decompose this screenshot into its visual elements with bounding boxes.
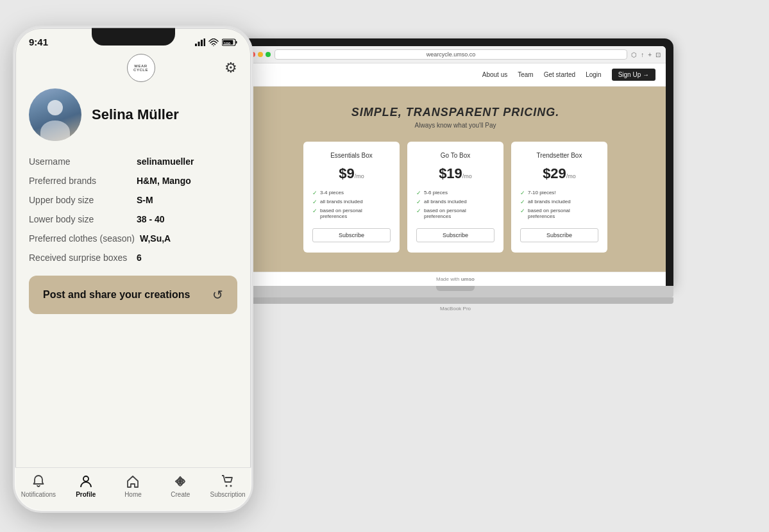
nav-item-subscription[interactable]: Subscription [208,474,247,498]
svg-text:100: 100 [224,41,231,45]
boxes-value: 6 [137,253,142,263]
feature-item: ✓7-10 pieces! [520,190,598,196]
url-bar[interactable]: wearcycle.umso.co [275,49,627,60]
cta-text: Post and share your creations [43,289,190,301]
svg-point-9 [83,476,89,481]
feature-item: ✓all brands included [520,199,598,205]
pricing-subheading: Always know what you'll Pay [258,122,653,129]
status-icons: 100 [195,38,237,46]
nav-item-create[interactable]: Create [161,474,199,498]
nav-about[interactable]: About us [482,71,507,78]
person-icon [79,474,93,488]
feature-item: ✓based on personal preferences [312,208,391,219]
nav-team[interactable]: Team [518,71,533,78]
nav-item-notifications[interactable]: Notifications [19,474,58,498]
subscribe-button-essentials[interactable]: Subscribe [312,228,391,242]
card-title-essentials: Essentials Box [312,152,391,159]
create-icon [173,474,187,488]
card-price-goto: $19/mo [416,165,494,182]
feature-item: ✓all brands included [416,199,494,205]
pricing-cards: Essentials Box $9/mo ✓3-4 pieces ✓all br… [258,142,653,253]
bell-icon [31,474,46,488]
username-row: Username selinamueller [29,156,237,167]
logo-text: WEARCYCLE [133,64,148,72]
svg-point-11 [226,485,228,487]
season-value: W,Su,A [140,233,171,244]
svg-point-4 [213,45,214,46]
phone: 9:41 100 [13,26,253,513]
feature-item: ✓5-6 pieces [416,190,494,196]
refresh-icon: ↺ [212,287,223,303]
season-row: Preferred clothes (season) W,Su,A [29,233,237,244]
feature-item: ✓all brands included [312,199,391,205]
nav-label-create: Create [171,491,190,498]
cta-button[interactable]: Post and share your creations ↺ [29,276,237,314]
svg-rect-1 [198,42,200,46]
nav-label-profile: Profile [76,491,96,498]
signal-icon [195,38,205,46]
brands-row: Preferred brands H&M, Mango [29,176,237,186]
lower-size-label: Lower body size [29,214,131,224]
status-time: 9:41 [29,37,48,47]
nav-signup-button[interactable]: Sign Up → [612,69,655,81]
nav-item-home[interactable]: Home [114,474,152,498]
battery-icon: 100 [222,38,237,46]
card-features-essentials: ✓3-4 pieces ✓all brands included ✓based … [312,190,391,219]
lower-size-row: Lower body size 38 - 40 [29,214,237,224]
card-features-trendsetter: ✓7-10 pieces! ✓all brands included ✓base… [520,190,598,219]
card-features-goto: ✓5-6 pieces ✓all brands included ✓based … [416,190,494,219]
nav-item-profile[interactable]: Profile [67,474,105,498]
svg-rect-0 [195,44,197,46]
nav-login[interactable]: Login [586,71,601,78]
bottom-nav: Notifications Profile Home Create [15,467,251,511]
browser-bar: wearcycle.umso.co ⬡↑+⊡ [245,46,666,63]
laptop-screen-inner: wearcycle.umso.co ⬡↑+⊡ About us Team Get… [245,46,666,286]
pricing-heading: Simple, transparent pricing. [258,106,653,119]
maximize-dot[interactable] [266,52,271,57]
nav-label-notifications: Notifications [21,491,56,498]
subscribe-button-trendsetter[interactable]: Subscribe [520,228,598,242]
profile-details: Username selinamueller Preferred brands … [29,156,237,263]
pricing-card-goto: Go To Box $19/mo ✓5-6 pieces ✓all brands… [407,142,503,253]
upper-size-label: Upper body size [29,195,131,205]
username-value: selinamueller [137,156,194,167]
lower-size-value: 38 - 40 [137,214,165,224]
app-logo: WEARCYCLE [127,54,155,82]
subscribe-button-goto[interactable]: Subscribe [416,228,494,242]
browser-actions: ⬡↑+⊡ [631,51,661,58]
macbook-label: MacBook Pro [237,306,673,312]
laptop-base [237,286,673,297]
pricing-section: Simple, transparent pricing. Always know… [245,87,666,272]
avatar [29,88,81,141]
profile-name: Selina Müller [92,106,179,123]
svg-point-10 [179,480,182,483]
upper-size-value: S-M [137,195,153,205]
svg-rect-6 [236,41,237,44]
settings-icon[interactable]: ⚙ [224,60,237,76]
boxes-row: Received surprise boxes 6 [29,253,237,263]
svg-point-12 [230,485,232,487]
cart-icon [221,474,235,488]
brands-value: H&M, Mango [137,176,191,186]
laptop-screen: wearcycle.umso.co ⬡↑+⊡ About us Team Get… [237,38,673,286]
feature-item: ✓based on personal preferences [520,208,598,219]
card-title-trendsetter: Trendsetter Box [520,152,598,159]
card-title-goto: Go To Box [416,152,494,159]
nav-label-subscription: Subscription [210,491,246,498]
feature-item: ✓based on personal preferences [416,208,494,219]
svg-rect-2 [201,40,203,46]
nav-get-started[interactable]: Get started [544,71,575,78]
season-label: Preferred clothes (season) [29,233,135,244]
laptop-hinge [436,286,475,291]
phone-notch [92,28,175,46]
phone-body: Selina Müller Username selinamueller Pre… [15,88,251,467]
minimize-dot[interactable] [258,52,263,57]
card-price-trendsetter: $29/mo [520,165,598,182]
feature-item: ✓3-4 pieces [312,190,391,196]
website-nav: About us Team Get started Login Sign Up … [245,63,666,87]
boxes-label: Received surprise boxes [29,253,131,263]
username-label: Username [29,156,131,167]
app-header: WEARCYCLE ⚙ [15,51,251,88]
upper-size-row: Upper body size S-M [29,195,237,205]
laptop-stand [237,297,673,304]
